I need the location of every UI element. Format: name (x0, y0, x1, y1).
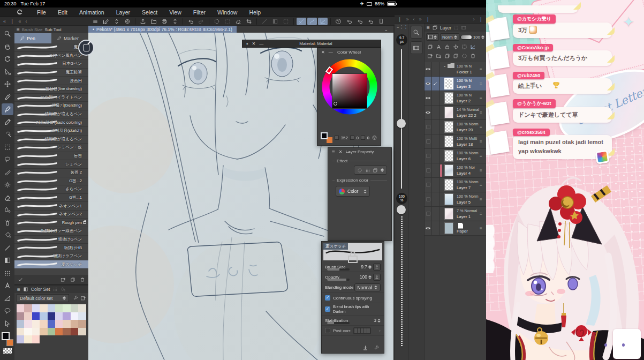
scroll-left-icon[interactable]: ‹ (413, 17, 415, 22)
divider-handle2[interactable]: ❘ (426, 17, 430, 22)
brush[interactable] (2, 167, 13, 178)
layer-row[interactable]: ⌄ 100 % N Layer 3 ≡ (425, 77, 486, 91)
layer-menu-icon[interactable]: ≡ (480, 168, 485, 173)
layer-menu-icon[interactable]: ≡ (480, 125, 485, 130)
deselect-icon[interactable] (212, 18, 222, 25)
eye-icon[interactable] (425, 226, 431, 230)
color-mode-toggle-icon[interactable] (372, 134, 377, 141)
airbrush[interactable] (2, 217, 13, 229)
opacity-slider-track[interactable] (401, 215, 403, 346)
blend-mode-dropdown[interactable]: Norm (440, 33, 459, 41)
floating-gesture-button[interactable] (78, 40, 94, 56)
color-swatch[interactable] (17, 320, 24, 328)
tab-brush-size[interactable]: Brush Size (22, 27, 43, 32)
layer-thumbnail[interactable] (444, 92, 453, 104)
advanced-settings-icon[interactable] (374, 345, 380, 351)
visibility-cell[interactable] (425, 192, 432, 206)
layer-thumbnail[interactable] (444, 121, 453, 133)
expand-right-icon[interactable]: » (406, 17, 409, 22)
chevron-down-icon[interactable]: ⌄ (384, 27, 388, 32)
post-correction-level[interactable] (353, 327, 371, 334)
visibility-checkbox[interactable] (426, 197, 430, 201)
menu-item[interactable]: Edit (52, 9, 73, 16)
brush-item[interactable]: ネオンペン2 (14, 211, 88, 219)
layer-row[interactable]: ⌄ Paper ≡ (425, 221, 486, 236)
open-folder-icon[interactable] (149, 18, 158, 25)
color-swatch[interactable] (78, 312, 86, 320)
divider-handle[interactable]: ❘ (10, 19, 14, 24)
layer-menu-icon[interactable]: ≡ (480, 226, 485, 231)
foreground-color-chip[interactable] (2, 332, 10, 340)
color-swatch[interactable] (40, 304, 47, 312)
layer-menu-icon[interactable]: ≡ (480, 183, 485, 188)
layer-menu-icon[interactable]: ≡ (480, 81, 485, 86)
color-swatch[interactable] (17, 312, 24, 320)
brush-size-slider-knob[interactable] (397, 119, 406, 128)
folder-icon[interactable]: ⌄ (443, 63, 454, 68)
brush-item[interactable]: さらペン (14, 185, 88, 194)
opacity-gradient-slider[interactable] (460, 35, 472, 40)
color-history-tab-icon[interactable] (52, 287, 58, 292)
tab-pen[interactable]: Pen (14, 33, 51, 43)
sep[interactable] (256, 18, 257, 25)
zoom[interactable] (2, 28, 13, 40)
color-swatch[interactable] (32, 304, 40, 312)
panel-menu-icon[interactable]: ≡ (427, 25, 430, 31)
layer-menu-icon[interactable]: ≡ (480, 154, 485, 159)
close-icon[interactable]: ✕ (339, 149, 343, 154)
brush-item[interactable]: つけペン風丸ペン (14, 52, 88, 61)
blend[interactable] (2, 204, 13, 216)
layer-thumbnail[interactable] (444, 222, 453, 234)
blending-mode-dropdown[interactable]: Normal (354, 283, 381, 291)
brush-item[interactable]: Rough pen (14, 219, 88, 227)
move[interactable] (2, 78, 13, 90)
brush-item[interactable]: 펜선용(line drawing) (14, 85, 88, 94)
menu-item[interactable]: Layer (110, 9, 136, 16)
panel-menu-icon[interactable]: ≡ (17, 27, 20, 33)
color-swatch[interactable] (63, 320, 70, 328)
menu-item[interactable]: Animation (73, 9, 110, 16)
layer-opacity-stepper[interactable] (481, 35, 484, 39)
spiral-icon[interactable] (123, 18, 132, 25)
visibility-cell[interactable] (425, 77, 432, 91)
layer-menu-icon[interactable]: ≡ (480, 67, 485, 72)
brush-item[interactable]: 垢抜けHB (14, 244, 88, 252)
snap-angle-icon[interactable] (318, 18, 328, 25)
lasso[interactable] (2, 154, 13, 166)
bucket[interactable] (2, 229, 13, 241)
layer-thumbnail[interactable] (444, 78, 453, 89)
reset3-icon[interactable] (366, 18, 375, 25)
rotate[interactable] (2, 53, 13, 65)
color-swatch[interactable] (17, 304, 24, 312)
color-swatch[interactable] (71, 304, 78, 312)
layer-color-effect-icon[interactable] (373, 168, 378, 173)
color-swatch[interactable] (40, 328, 47, 336)
effect-stepper[interactable] (381, 168, 384, 172)
color-swatch[interactable] (71, 312, 78, 320)
stabilization-stepper[interactable] (377, 319, 381, 322)
gradient-icon[interactable] (270, 18, 280, 25)
brush-size-stepper[interactable] (368, 265, 372, 269)
sep[interactable] (183, 18, 183, 25)
close-icon[interactable]: ✕ (321, 50, 325, 55)
transparent-color-chip[interactable] (3, 348, 12, 354)
tab-color-set[interactable]: Color Set (31, 287, 50, 292)
frame-icon[interactable] (281, 18, 291, 25)
brush-item[interactable]: 스케치용(sketch) (14, 127, 88, 136)
tone[interactable] (2, 267, 13, 279)
stabilization-slider[interactable] (327, 322, 350, 324)
layer-menu-icon[interactable]: ≡ (480, 110, 485, 115)
layer-thumbnail[interactable] (444, 107, 453, 118)
sv-marker[interactable] (334, 102, 337, 106)
continuous-spraying-checkbox[interactable]: ✓ (325, 295, 330, 301)
visibility-cell[interactable] (425, 62, 432, 76)
post-correction-checkbox[interactable]: ✓ (325, 328, 330, 333)
border-effect-icon[interactable] (357, 168, 362, 173)
pen[interactable] (2, 103, 13, 115)
collapse-left2-icon[interactable]: « (19, 19, 21, 24)
brush-item[interactable]: 情報量が増えるペン (14, 136, 88, 144)
updown-icon[interactable] (112, 18, 122, 25)
layer-opacity-value[interactable]: 100 (473, 35, 480, 40)
add-swatch-icon[interactable] (80, 295, 86, 301)
brush-item[interactable]: 麦スケッチ (14, 260, 88, 269)
